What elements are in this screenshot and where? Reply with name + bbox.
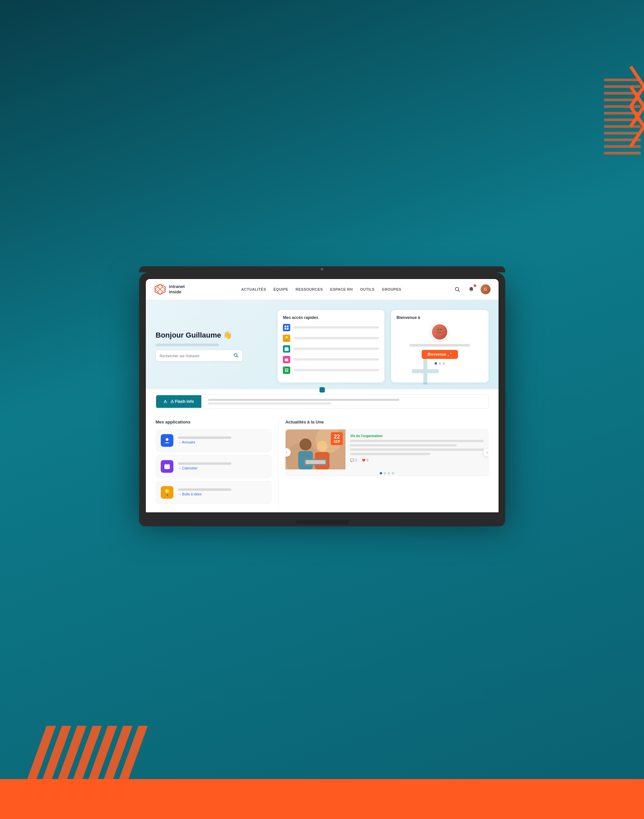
news-likes[interactable]: 6 [362, 459, 369, 462]
welcome-avatar [431, 323, 448, 340]
svg-marker-14 [160, 287, 165, 291]
news-image: 22 SEP [285, 429, 345, 469]
news-line-3 [350, 448, 483, 451]
laptop-hinge [296, 520, 349, 525]
app-card-boite-idees[interactable]: 💡 → Boîte à idées [156, 481, 272, 504]
news-dots [285, 469, 488, 476]
hero-section: Bonjour Guillaume 👋 [146, 300, 498, 389]
qa-icon-1 [283, 324, 290, 331]
nav-link-actualites[interactable]: ACTUALITÉS [241, 287, 266, 291]
deco-bottom-stripes [33, 726, 135, 799]
news-dot-2 [384, 472, 386, 474]
app-icon-boite-idees: 💡 [161, 486, 173, 499]
svg-rect-26 [285, 359, 288, 361]
news-section-title: Actualités à la Une [285, 419, 488, 425]
qa-icon-3 [283, 345, 290, 353]
news-inner: 22 SEP Vie de l'organisation [285, 429, 488, 469]
app-name-line-calendrier [178, 462, 231, 465]
news-line-1 [350, 440, 483, 442]
news-text-area: Vie de l'organisation [345, 429, 488, 469]
apps-column: Mes applications → Annuaire [156, 419, 279, 507]
app-link-boite-idees[interactable]: → Boîte à idées [178, 492, 267, 496]
app-icon-annuaire [161, 434, 173, 447]
svg-rect-45 [305, 460, 325, 464]
qa-line-3 [294, 348, 379, 350]
hero-deco-x [412, 358, 439, 386]
nav-link-groupes[interactable]: GROUPES [382, 287, 402, 291]
app-name-line-boite-idees [178, 488, 231, 491]
dot-3 [443, 362, 445, 365]
bienvenue-button[interactable]: Bienvenue 🎉 [422, 350, 458, 359]
hero-bottom-dot [319, 387, 325, 393]
qa-item-1[interactable] [283, 324, 379, 331]
qa-icon-4 [283, 356, 290, 363]
news-date-badge: 22 SEP [331, 432, 343, 445]
flash-label-text: ⚠ Flash info [170, 399, 194, 404]
app-link-calendrier[interactable]: → Calendrier [178, 466, 267, 470]
laptop-base [139, 513, 505, 526]
svg-point-17 [455, 287, 458, 291]
screen-content: intranet inside ACTUALITÉS ÉQUIPE RESSOU… [146, 279, 498, 512]
logo-area[interactable]: intranet inside [154, 283, 185, 296]
quick-access-card: Mes accès rapides 💡 [278, 310, 385, 382]
deco-orange-right [584, 60, 644, 195]
logo-icon [154, 283, 166, 296]
app-info-calendrier: → Calendrier [178, 462, 267, 470]
quick-access-title: Mes accès rapides [283, 315, 379, 320]
hero-subtitle-line [156, 344, 219, 346]
nav-link-ressources[interactable]: RESSOURCES [296, 287, 323, 291]
nav-link-outils[interactable]: OUTILS [360, 287, 374, 291]
qa-item-2[interactable]: 💡 [283, 334, 379, 342]
news-dot-3 [388, 472, 390, 474]
svg-line-20 [237, 356, 238, 357]
content-section: Mes applications → Annuaire [146, 414, 498, 512]
svg-point-40 [299, 439, 311, 451]
qa-line-1 [294, 326, 379, 328]
app-link-annuaire[interactable]: → Annuaire [178, 440, 267, 444]
notifications-button[interactable] [467, 285, 476, 294]
svg-point-32 [166, 438, 169, 441]
flash-warning-icon: ⚠ [163, 399, 167, 404]
qa-item-3[interactable] [283, 345, 379, 353]
svg-line-18 [458, 290, 460, 291]
search-icon[interactable] [234, 353, 238, 359]
app-name-line-annuaire [178, 437, 231, 439]
flash-line-1 [208, 399, 399, 401]
news-dot-4 [392, 472, 394, 474]
svg-point-42 [317, 441, 328, 451]
nav-link-equipe[interactable]: ÉQUIPE [274, 287, 288, 291]
laptop-screen: intranet inside ACTUALITÉS ÉQUIPE RESSOU… [145, 278, 499, 513]
qa-line-4 [294, 358, 379, 360]
svg-rect-21 [285, 326, 286, 327]
notification-badge [473, 284, 477, 287]
nav-link-espace-rh[interactable]: ESPACE RH [330, 287, 353, 291]
news-line-2 [350, 444, 457, 446]
nav-links: ACTUALITÉS ÉQUIPE RESSOURCES ESPACE RH O… [198, 287, 444, 291]
svg-point-29 [440, 329, 442, 330]
app-card-annuaire[interactable]: → Annuaire [156, 429, 272, 452]
logo-text: intranet inside [169, 284, 185, 294]
svg-rect-33 [164, 465, 170, 469]
svg-point-28 [438, 329, 439, 330]
svg-point-19 [234, 354, 237, 357]
svg-rect-24 [287, 328, 288, 330]
user-avatar-nav[interactable]: G [481, 284, 491, 294]
hero-left: Bonjour Guillaume 👋 [156, 310, 271, 382]
flash-label: ⚠ ⚠ Flash info [156, 395, 201, 408]
svg-rect-25 [285, 348, 288, 351]
hero-greeting: Bonjour Guillaume 👋 [156, 331, 271, 340]
welcome-name-line [409, 344, 470, 347]
app-card-calendrier[interactable]: → Calendrier [156, 455, 272, 478]
app-icon-calendrier [161, 460, 173, 473]
news-meta: 2 6 [350, 459, 483, 462]
qa-item-5[interactable]: 🖼 [283, 367, 379, 374]
qa-icon-5: 🖼 [283, 367, 290, 374]
welcome-card: Bienvenue à Bienven [391, 310, 488, 382]
news-comments[interactable]: 2 [350, 459, 357, 462]
apps-section-title: Mes applications [156, 419, 272, 425]
search-bar[interactable] [156, 350, 242, 361]
qa-item-4[interactable] [283, 356, 379, 363]
search-input[interactable] [160, 354, 231, 358]
flash-bar: ⚠ ⚠ Flash info [156, 394, 489, 409]
search-button[interactable] [452, 285, 462, 294]
